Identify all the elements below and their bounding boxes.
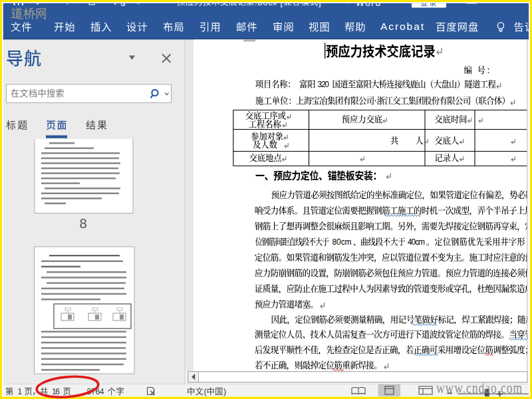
svg-text:320: 320: [318, 80, 330, 89]
svg-text:8: 8: [80, 216, 87, 231]
svg-text:1: 1: [18, 387, 23, 396]
svg-text:40cm: 40cm: [408, 237, 425, 247]
svg-text:80cm: 80cm: [332, 237, 352, 247]
svg-text:Acrobat: Acrobat: [380, 21, 424, 32]
svg-text:16: 16: [52, 387, 60, 396]
svg-text:): ): [223, 387, 226, 396]
